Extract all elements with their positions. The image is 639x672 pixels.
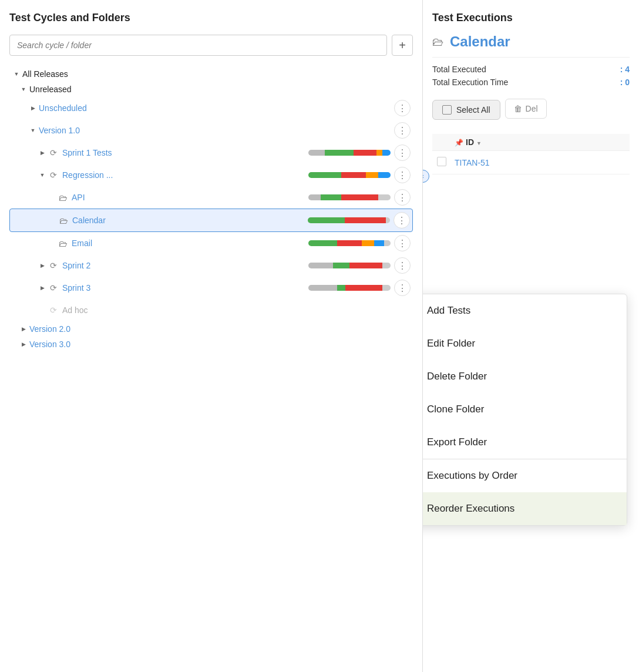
th-id[interactable]: ID <box>455 137 482 147</box>
context-add-tests[interactable]: Add Tests <box>423 294 627 327</box>
menu-sprint3[interactable]: ⋮ <box>394 280 411 296</box>
delete-label: Del <box>526 104 538 113</box>
arrow-email <box>47 238 56 248</box>
stat-total-executed: Total Executed : 4 <box>432 65 630 74</box>
label-email: Email <box>72 238 304 248</box>
folder-icon-email: 🗁 <box>58 238 68 248</box>
progress-api <box>308 194 391 200</box>
label-calendar: Calendar <box>72 216 303 225</box>
tree-item-all-releases[interactable]: All Releases <box>9 66 413 82</box>
context-reorder-executions[interactable]: Reorder Executions <box>423 492 627 525</box>
arrow-all-releases <box>12 69 21 79</box>
context-clone-folder[interactable]: Clone Folder <box>423 393 627 426</box>
delete-button[interactable]: 🗑 Del <box>505 99 547 119</box>
stat-total-time-value: : 0 <box>620 78 630 87</box>
progress-sprint2 <box>308 263 391 268</box>
cycle-icon-regression: ⟳ <box>48 170 59 180</box>
label-regression: Regression ... <box>62 170 304 180</box>
exec-folder-name: Calendar <box>450 33 510 50</box>
label-version10: Version 1.0 <box>39 126 391 135</box>
tree-item-version10[interactable]: Version 1.0 ⋮ <box>9 119 413 142</box>
tree-item-version30[interactable]: Version 3.0 <box>9 337 413 352</box>
left-panel-title: Test Cycles and Folders <box>9 12 413 24</box>
tree-item-regression[interactable]: ⟳ Regression ... ⋮ <box>9 164 413 186</box>
action-row: Select All 🗑 Del <box>432 90 630 127</box>
arrow-api <box>47 193 56 202</box>
tree-item-sprint3[interactable]: ⟳ Sprint 3 ⋮ <box>9 277 413 299</box>
stat-total-time-label: Total Execution Time <box>432 78 508 87</box>
arrow-sprint1 <box>38 148 47 157</box>
th-id-label: ID <box>466 137 474 147</box>
progress-email <box>308 240 391 246</box>
stat-total-executed-value: : 4 <box>620 65 630 74</box>
label-all-releases: All Releases <box>22 69 411 79</box>
label-unscheduled: Unscheduled <box>39 103 391 113</box>
search-row: + <box>9 35 413 56</box>
tree-item-api[interactable]: 🗁 API ⋮ <box>9 186 413 209</box>
arrow-unscheduled <box>28 103 38 113</box>
arrow-version30 <box>19 340 28 349</box>
arrow-calendar <box>48 216 57 225</box>
menu-email[interactable]: ⋮ <box>394 235 411 251</box>
context-export-folder[interactable]: Export Folder <box>423 426 627 459</box>
label-version30: Version 3.0 <box>29 340 411 349</box>
tree: All Releases Unreleased Unscheduled ⋮ Ve… <box>9 66 413 352</box>
search-input[interactable] <box>9 35 387 56</box>
menu-api[interactable]: ⋮ <box>394 189 411 206</box>
table-header: ID <box>432 134 630 151</box>
arrow-unreleased <box>19 85 28 94</box>
menu-sprint1[interactable]: ⋮ <box>394 145 411 161</box>
table-row: TITAN-51 <box>432 151 630 174</box>
select-all-button[interactable]: Select All <box>432 100 500 120</box>
select-all-label: Select All <box>456 105 490 115</box>
right-panel: Test Executions 🗁 Calendar Total Execute… <box>423 0 639 672</box>
context-edit-folder[interactable]: Edit Folder <box>423 327 627 360</box>
pin-icon <box>455 137 463 147</box>
label-sprint2: Sprint 2 <box>62 261 304 270</box>
tree-item-calendar[interactable]: 🗁 Calendar ⋮ <box>9 209 413 232</box>
cycle-icon-sprint2: ⟳ <box>48 260 59 271</box>
progress-regression <box>308 172 391 178</box>
exec-header: 🗁 Calendar <box>432 33 630 50</box>
tree-item-email[interactable]: 🗁 Email ⋮ <box>9 232 413 254</box>
arrow-version10 <box>28 126 38 135</box>
context-delete-folder[interactable]: Delete Folder <box>423 360 627 393</box>
tree-item-unreleased[interactable]: Unreleased <box>9 82 413 97</box>
left-panel: Test Cycles and Folders + All Releases U… <box>0 0 423 672</box>
label-api: API <box>72 193 304 202</box>
context-executions-by-order[interactable]: Executions by Order <box>423 459 627 492</box>
menu-unscheduled[interactable]: ⋮ <box>394 100 411 116</box>
td-titan51[interactable]: TITAN-51 <box>455 158 490 167</box>
progress-sprint1 <box>308 150 391 156</box>
stat-total-time: Total Execution Time : 0 <box>432 78 630 87</box>
progress-sprint3 <box>308 285 391 291</box>
sort-icon <box>476 137 482 147</box>
folder-icon-api: 🗁 <box>58 192 68 203</box>
context-menu: Add Tests Edit Folder Delete Folder Clon… <box>423 294 627 526</box>
cycle-icon-sprint3: ⟳ <box>48 283 59 293</box>
label-sprint3: Sprint 3 <box>62 283 304 293</box>
tree-item-unscheduled[interactable]: Unscheduled ⋮ <box>9 97 413 119</box>
arrow-regression <box>38 170 47 180</box>
row-checkbox <box>437 157 446 166</box>
label-adhoc: Ad hoc <box>62 305 391 315</box>
tree-item-adhoc[interactable]: ⟳ Ad hoc ⋮ <box>9 299 413 321</box>
arrow-version20 <box>19 324 28 334</box>
add-cycle-button[interactable]: + <box>392 35 413 56</box>
progress-calendar <box>308 217 390 223</box>
tree-item-sprint2[interactable]: ⟳ Sprint 2 ⋮ <box>9 254 413 277</box>
arrow-sprint2 <box>38 261 47 270</box>
menu-sprint2[interactable]: ⋮ <box>394 257 411 274</box>
tree-item-version20[interactable]: Version 2.0 <box>9 321 413 337</box>
panel-collapse-button[interactable]: ‹ <box>423 170 429 183</box>
right-panel-title: Test Executions <box>432 12 630 24</box>
label-unreleased: Unreleased <box>29 85 411 94</box>
td-checkbox[interactable] <box>437 157 455 168</box>
select-all-checkbox <box>442 105 452 115</box>
folder-icon-calendar: 🗁 <box>58 215 69 226</box>
tree-item-sprint1[interactable]: ⟳ Sprint 1 Tests ⋮ <box>9 142 413 164</box>
menu-version10[interactable]: ⋮ <box>394 122 411 139</box>
menu-calendar[interactable]: ⋮ <box>394 212 410 229</box>
menu-regression[interactable]: ⋮ <box>394 167 411 183</box>
trash-icon: 🗑 <box>514 104 522 113</box>
